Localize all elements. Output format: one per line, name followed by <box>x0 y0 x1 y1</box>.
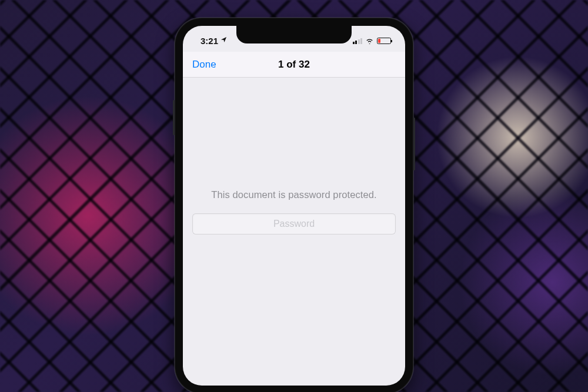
status-bar-left: 3:21 <box>195 32 227 46</box>
battery-fill <box>378 39 380 43</box>
notch <box>236 26 352 43</box>
page-title: 1 of 32 <box>278 59 310 71</box>
document-content: This document is password protected. Pas… <box>183 78 405 386</box>
cellular-signal-icon <box>353 38 363 44</box>
status-time: 3:21 <box>201 36 218 46</box>
done-button[interactable]: Done <box>192 59 216 71</box>
location-icon <box>220 36 227 44</box>
navigation-bar: Done 1 of 32 <box>183 52 405 78</box>
phone-frame: 3:21 <box>175 18 413 392</box>
password-placeholder: Password <box>273 219 315 229</box>
password-input[interactable]: Password <box>192 213 396 234</box>
phone-screen: 3:21 <box>183 26 405 386</box>
status-bar-right <box>353 34 394 44</box>
password-protected-message: This document is password protected. <box>211 189 376 200</box>
battery-icon <box>377 38 391 44</box>
wifi-icon <box>365 38 374 44</box>
